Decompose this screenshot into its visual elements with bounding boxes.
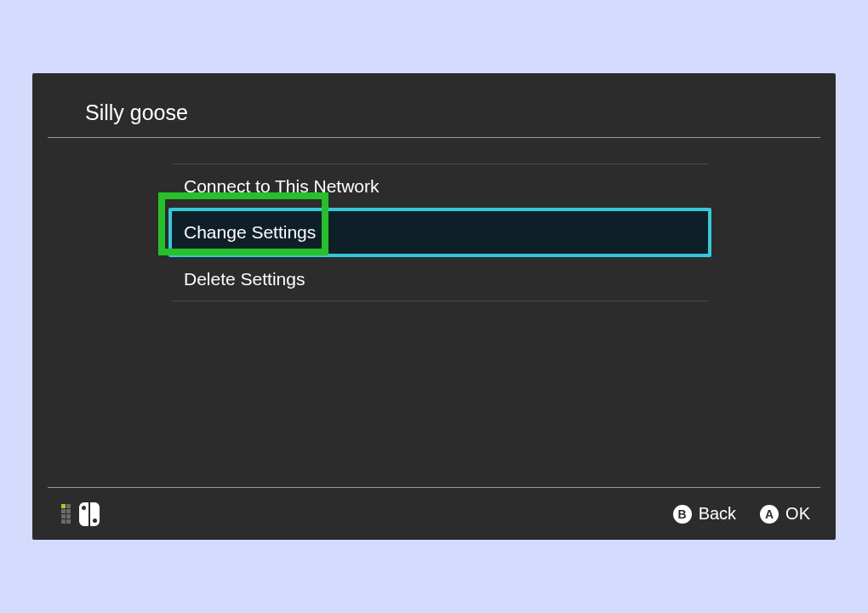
joycon-right-icon [90,502,100,526]
ok-action[interactable]: A OK [760,504,810,524]
menu-item-label: Change Settings [184,222,316,243]
page-title: Silly goose [85,100,820,125]
joycon-left-icon [79,502,89,526]
controller-battery-icon [61,504,71,524]
header: Silly goose [48,73,820,138]
footer-actions: B Back A OK [673,504,810,524]
menu-item-connect[interactable]: Connect to This Network [172,163,708,208]
menu-item-label: Connect to This Network [184,176,380,197]
controller-status [61,502,100,526]
ok-label: OK [785,504,810,524]
menu-item-change-settings[interactable]: Change Settings [168,208,711,257]
console-screen: Silly goose Connect to This Network Chan… [32,73,836,540]
menu-item-delete-settings[interactable]: Delete Settings [172,257,708,301]
b-button-icon: B [673,505,692,524]
menu-item-label: Delete Settings [184,269,305,289]
footer: B Back A OK [48,487,820,540]
a-button-icon: A [760,505,779,524]
back-label: Back [699,504,736,524]
back-action[interactable]: B Back [673,504,736,524]
joycon-icon [79,502,100,526]
menu-list: Connect to This Network Change Settings … [172,163,708,301]
